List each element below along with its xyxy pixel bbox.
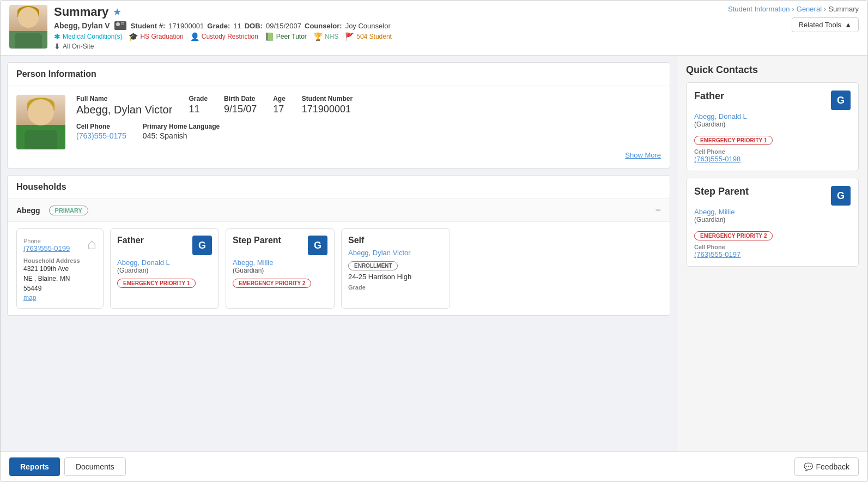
student-name: Abegg, Dylan V [54, 21, 110, 30]
badge-all-onsite[interactable]: ⬇ All On-Site [54, 42, 94, 51]
households-title: Households [16, 182, 66, 191]
household-cards: Phone (763)555-0199 ⌂ Household Address … [8, 222, 670, 315]
documents-button[interactable]: Documents [64, 457, 126, 476]
breadcrumb-general[interactable]: General [797, 5, 822, 13]
reports-button[interactable]: Reports [9, 457, 60, 476]
badge-medical[interactable]: ✱ Medical Condition(s) [54, 32, 122, 41]
hh-step-parent-role: (Guardian) [233, 267, 327, 274]
qc1-phone-label: Cell Phone [694, 148, 851, 155]
age-value: 17 [273, 104, 286, 115]
full-name-field: Full Name Abegg, Dylan Victor [76, 95, 172, 116]
badge-custody[interactable]: 👤 Custody Restriction [190, 32, 258, 41]
person-photo [16, 95, 65, 149]
qc2-priority: EMERGENCY PRIORITY 2 [694, 231, 773, 240]
address-line2: NE , Blaine, MN [23, 275, 70, 282]
person-details: Full Name Abegg, Dylan Victor Grade 11 B… [76, 95, 661, 159]
hh-step-parent-title: Step Parent [233, 236, 281, 245]
badge-nhs[interactable]: 🏆 NHS [313, 32, 338, 41]
onsite-icon: ⬇ [54, 42, 60, 51]
id-card-icon[interactable] [114, 21, 126, 30]
favorite-star-icon[interactable]: ★ [113, 6, 122, 18]
household-tab-name[interactable]: Abegg [16, 206, 40, 215]
household-father-card: Father G Abegg, Donald L (Guardian) EMER… [110, 228, 219, 309]
birth-date-value: 9/15/07 [224, 104, 257, 115]
related-tools-label: Related Tools [799, 21, 842, 29]
full-name-value: Abegg, Dylan Victor [76, 104, 172, 116]
hh-address-label: Household Address [23, 257, 96, 264]
breadcrumb-student-information[interactable]: Student Information [728, 5, 790, 13]
father-avatar: G [192, 236, 212, 255]
custody-icon: 👤 [190, 32, 199, 41]
households-header: Households [8, 176, 670, 199]
hh-self-name[interactable]: Abegg, Dylan Victor [348, 249, 443, 257]
grade-field: Grade 11 [189, 95, 208, 116]
home-language-label: Primary Home Language [143, 123, 220, 130]
graduation-icon: 🎓 [129, 32, 138, 41]
household-address-card: Phone (763)555-0199 ⌂ Household Address … [16, 228, 104, 309]
quick-contact-1: Father G Abegg, Donald L (Guardian) EMER… [686, 82, 859, 171]
breadcrumb: Student Information › General › Summary [728, 5, 859, 13]
grade-label: Grade: [207, 22, 230, 30]
student-number-field-label: Student Number [302, 95, 353, 103]
hh-father-title: Father [117, 236, 144, 245]
student-number-field: Student Number 171900001 [302, 95, 353, 116]
badge-504-label: 504 Student [356, 33, 392, 40]
content-area: Person Information [1, 56, 867, 451]
badge-504[interactable]: 🚩 504 Student [345, 32, 392, 41]
hh-self-enrollment-badge: ENROLLMENT [348, 261, 398, 270]
badge-peer-label: Peer Tutor [276, 33, 307, 40]
right-panel: Quick Contacts Father G Abegg, Donald L … [677, 56, 867, 451]
address-line1: 4321 109th Ave [23, 265, 69, 273]
grade-field-value: 11 [189, 104, 208, 115]
peer-tutor-icon: 📗 [265, 32, 274, 41]
hh-step-parent-priority: EMERGENCY PRIORITY 2 [233, 279, 311, 288]
qc1-priority: EMERGENCY PRIORITY 1 [694, 136, 773, 145]
birth-date-label: Birth Date [224, 95, 257, 103]
qc2-name[interactable]: Abegg, Millie [694, 208, 851, 216]
household-collapse-button[interactable]: − [655, 204, 661, 216]
hh-self-title: Self [348, 236, 364, 245]
hh-father-priority: EMERGENCY PRIORITY 1 [117, 279, 196, 288]
qc1-phone[interactable]: (763)555-0198 [694, 155, 740, 163]
badge-peer-tutor[interactable]: 📗 Peer Tutor [265, 32, 307, 41]
dob-label: DOB: [245, 22, 263, 30]
counselor-label: Counselor: [305, 22, 342, 30]
qc1-title: Father [694, 91, 724, 102]
household-step-parent-card: Step Parent G Abegg, Millie (Guardian) E… [226, 228, 335, 309]
student-number-field-value: 171900001 [302, 104, 353, 115]
chevron-up-icon: ▲ [845, 21, 852, 29]
student-number-label: Student #: [131, 22, 166, 30]
footer-left: Reports Documents [9, 457, 126, 476]
badge-graduation[interactable]: 🎓 HS Graduation [129, 32, 183, 41]
page-title: Summary [54, 5, 108, 19]
hh-father-role: (Guardian) [117, 267, 212, 274]
feedback-button[interactable]: 💬 Feedback [794, 457, 859, 476]
header-avatar [9, 5, 47, 49]
student-number: 171900001 [168, 22, 204, 30]
hh-address-text: 4321 109th Ave NE , Blaine, MN 55449 [23, 264, 96, 293]
hh-self-grade-label: Grade [348, 284, 443, 291]
qc2-phone[interactable]: (763)555-0197 [694, 250, 740, 258]
hh-phone-link[interactable]: (763)555-0199 [23, 244, 70, 252]
nhs-icon: 🏆 [313, 32, 323, 41]
cell-phone-link[interactable]: (763)555-0175 [76, 131, 126, 140]
hh-father-name[interactable]: Abegg, Donald L [117, 258, 212, 267]
address-line3: 55449 [23, 285, 41, 292]
badge-graduation-label: HS Graduation [140, 33, 183, 40]
related-tools-button[interactable]: Related Tools ▲ [792, 17, 859, 32]
badge-onsite-label: All On-Site [63, 43, 94, 50]
age-field: Age 17 [273, 95, 286, 116]
hh-step-parent-name[interactable]: Abegg, Millie [233, 258, 327, 267]
qc2-avatar: G [831, 186, 851, 206]
breadcrumb-sep2: › [824, 5, 826, 13]
map-link[interactable]: map [23, 294, 36, 302]
quick-contacts-title: Quick Contacts [686, 64, 859, 76]
person-information-section: Person Information [7, 62, 670, 168]
header: Summary ★ Abegg, Dylan V Student #: 1719… [1, 1, 867, 56]
home-icon: ⌂ [87, 236, 96, 253]
person-info-body: Full Name Abegg, Dylan Victor Grade 11 B… [8, 86, 670, 168]
cell-phone-field: Cell Phone (763)555-0175 [76, 123, 126, 140]
full-name-label: Full Name [76, 95, 172, 103]
qc1-name[interactable]: Abegg, Donald L [694, 112, 851, 120]
show-more-link[interactable]: Show More [76, 147, 661, 159]
